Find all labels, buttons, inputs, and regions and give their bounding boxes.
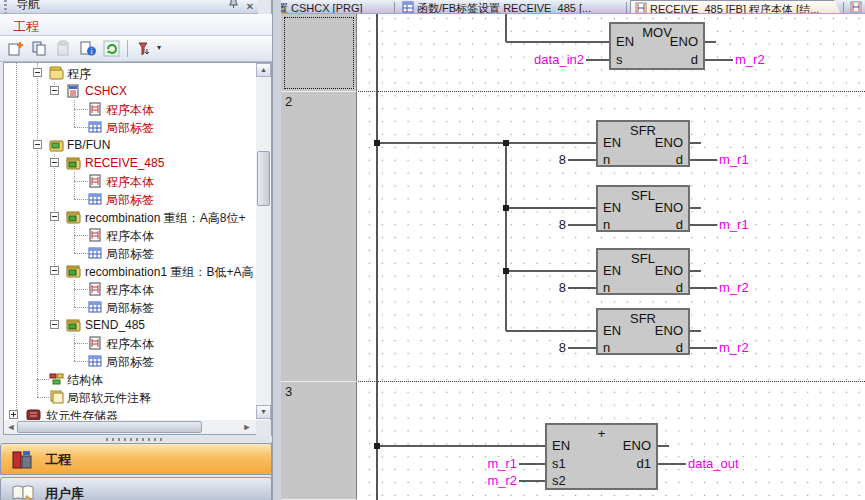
pin-EN: EN bbox=[552, 438, 570, 453]
sort-icon[interactable] bbox=[133, 39, 155, 59]
horizontal-scroll-thumb[interactable] bbox=[17, 421, 202, 433]
tree-item[interactable]: 局部标签 bbox=[4, 244, 256, 262]
pin-EN: EN bbox=[603, 200, 621, 215]
tree-item-label: SEND_485 bbox=[85, 318, 145, 332]
collapse-minus-toggle[interactable] bbox=[50, 158, 59, 167]
operand-label[interactable]: data_in2 bbox=[534, 52, 584, 67]
tree-item[interactable]: 程序本体 bbox=[4, 334, 256, 352]
pin-d: d bbox=[676, 217, 683, 232]
fbd-block-sfr[interactable]: SFRENnENOd bbox=[596, 120, 690, 167]
tree-item-label: 软元件存储器 bbox=[46, 408, 118, 420]
tree-item[interactable]: recombination 重组：A高8位+ bbox=[4, 208, 256, 226]
panel-splitter[interactable] bbox=[0, 436, 272, 442]
copy-icon[interactable] bbox=[29, 39, 51, 59]
tree-item[interactable]: FB/FUN bbox=[4, 136, 256, 154]
pin-n: n bbox=[603, 340, 610, 355]
tree-item-label: 局部标签 bbox=[106, 120, 154, 137]
scroll-down-icon[interactable]: ▼ bbox=[256, 405, 271, 419]
navigation-titlebar[interactable]: 导航 ✕ bbox=[0, 0, 258, 14]
tree-item-label: 局部标签 bbox=[106, 300, 154, 317]
scroll-right-icon[interactable]: ► bbox=[240, 420, 254, 434]
operand-label[interactable]: 8 bbox=[559, 152, 566, 167]
nav-button-user-library[interactable]: 用户库 bbox=[0, 477, 272, 500]
collapse-minus-toggle[interactable] bbox=[50, 320, 59, 329]
fbd-block-add[interactable]: +ENs1s2ENOd1 bbox=[545, 423, 658, 490]
fbd-block-mov[interactable]: MOVENsENOd bbox=[609, 22, 705, 70]
operand-label[interactable]: m_r2 bbox=[719, 280, 749, 295]
tree-item[interactable]: 局部标签 bbox=[4, 118, 256, 136]
collapse-minus-toggle[interactable] bbox=[50, 86, 59, 95]
tree-item[interactable]: SEND_485 bbox=[4, 316, 256, 334]
scrollbar-corner bbox=[256, 420, 271, 435]
dropdown-caret-icon[interactable]: ▾ bbox=[157, 43, 161, 52]
tree-item-label: 局部标签 bbox=[106, 246, 154, 263]
tree-item[interactable]: 局部标签 bbox=[4, 190, 256, 208]
vertical-scroll-thumb[interactable] bbox=[257, 151, 270, 206]
project-section-title: 工程 bbox=[13, 18, 39, 36]
refresh-icon[interactable] bbox=[101, 39, 123, 59]
tree-item[interactable]: CSHCX bbox=[4, 82, 256, 100]
expand-plus-toggle[interactable] bbox=[9, 410, 18, 419]
collapse-minus-toggle[interactable] bbox=[50, 266, 59, 275]
project-section-header: 工程 bbox=[0, 14, 272, 36]
tree-item-label: CSHCX bbox=[85, 84, 127, 98]
pin-EN: EN bbox=[603, 323, 621, 338]
tree-item[interactable]: 程序本体 bbox=[4, 172, 256, 190]
tree-connector bbox=[37, 397, 49, 398]
tree-item[interactable]: 局部软元件注释 bbox=[4, 388, 256, 406]
paste-icon[interactable] bbox=[53, 39, 75, 59]
tab-document-1[interactable]: 函数/FB标签设置 RECEIVE_485 [... bbox=[398, 0, 624, 14]
property-icon[interactable]: i bbox=[77, 39, 99, 59]
fbd-block-sfl[interactable]: SFLENnENOd bbox=[596, 185, 690, 232]
operand-label[interactable]: data_out bbox=[688, 456, 739, 471]
tree-item[interactable]: 局部标签 bbox=[4, 298, 256, 316]
operand-label[interactable]: 8 bbox=[559, 340, 566, 355]
operand-label[interactable]: 8 bbox=[559, 280, 566, 295]
tree-item[interactable]: RECEIVE_485 bbox=[4, 154, 256, 172]
application-window: 23MOVENsENOdSFRENnENOdSFLENnENOdSFLENnEN… bbox=[0, 0, 865, 500]
tree-connector bbox=[37, 379, 49, 380]
collapse-minus-toggle[interactable] bbox=[33, 68, 42, 77]
collapse-minus-toggle[interactable] bbox=[33, 140, 42, 149]
pin-s: s bbox=[616, 52, 623, 67]
operand-label[interactable]: m_r2 bbox=[735, 52, 765, 67]
pin-EN: EN bbox=[603, 135, 621, 150]
tree-horizontal-scrollbar[interactable]: ◄ ► bbox=[4, 420, 256, 434]
tree-item[interactable]: 程序本体 bbox=[4, 226, 256, 244]
titlebar-grip[interactable] bbox=[4, 0, 7, 14]
nav-button-label: 工程 bbox=[45, 451, 71, 469]
pin-ENO: ENO bbox=[655, 323, 683, 338]
tree-item[interactable]: 结构体 bbox=[4, 370, 256, 388]
tree-item[interactable]: 软元件存储器 bbox=[4, 406, 256, 420]
operand-label[interactable]: m_r1 bbox=[487, 456, 517, 471]
scroll-left-icon[interactable]: ◄ bbox=[4, 420, 18, 434]
tree-connector bbox=[74, 109, 88, 110]
tree-item[interactable]: recombination1 重组：B低+A高 bbox=[4, 262, 256, 280]
operand-label[interactable]: 8 bbox=[559, 217, 566, 232]
pin-icon[interactable] bbox=[226, 0, 240, 12]
fbd-block-sfr[interactable]: SFRENnENOd bbox=[596, 308, 690, 355]
operand-label[interactable]: m_r1 bbox=[719, 217, 749, 232]
tab-active-2[interactable]: RECEIVE_485 [FB] 程序本体 [结... bbox=[630, 0, 841, 14]
tab-document-0[interactable]: 设置 CSHCX [PRG] bbox=[262, 0, 392, 14]
pin-EN: EN bbox=[603, 263, 621, 278]
scroll-up-icon[interactable]: ▲ bbox=[256, 63, 271, 77]
document-tabbar: 设置 CSHCX [PRG]函数/FB标签设置 RECEIVE_485 [...… bbox=[258, 0, 865, 14]
operand-label[interactable]: m_r2 bbox=[487, 473, 517, 488]
tree-item[interactable]: 程序本体 bbox=[4, 100, 256, 118]
tree-item[interactable]: 程序 bbox=[4, 64, 256, 82]
toolbar-separator bbox=[127, 40, 128, 57]
fbd-block-sfl[interactable]: SFLENnENOd bbox=[596, 248, 690, 295]
new-item-icon[interactable] bbox=[5, 39, 27, 59]
collapse-minus-toggle[interactable] bbox=[50, 212, 59, 221]
close-icon[interactable]: ✕ bbox=[243, 0, 257, 14]
tree-item[interactable]: 程序本体 bbox=[4, 280, 256, 298]
tab-partial-3[interactable] bbox=[846, 0, 864, 14]
operand-label[interactable]: m_r1 bbox=[719, 152, 749, 167]
tree-item-label: 局部标签 bbox=[106, 192, 154, 209]
nav-button-project[interactable]: 工程 bbox=[0, 443, 272, 475]
tab-separator bbox=[626, 2, 627, 13]
operand-label[interactable]: m_r2 bbox=[719, 340, 749, 355]
tree-item[interactable]: 局部标签 bbox=[4, 352, 256, 370]
tree-vertical-scrollbar[interactable]: ▲ ▼ bbox=[256, 63, 271, 419]
